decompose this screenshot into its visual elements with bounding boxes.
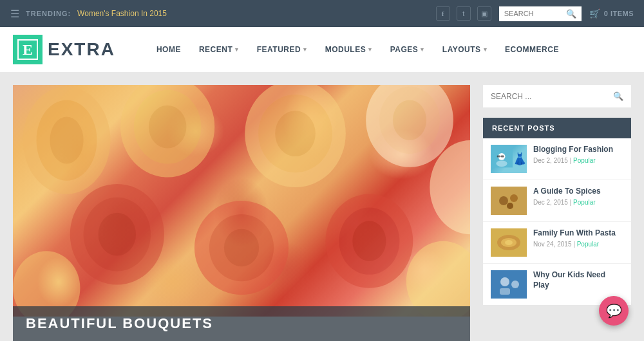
post-thumbnail-pasta (491, 228, 527, 257)
top-search-button[interactable]: 🔍 (566, 9, 576, 19)
logo-icon: E (13, 35, 43, 64)
main-content: BEAUTIFUL BOUQUETS 🔍 RECENT POSTS (0, 72, 644, 341)
nav-items: HOME RECENT ▾ FEATURED ▾ MODULES ▾ PAGES… (147, 27, 568, 72)
svg-rect-28 (501, 156, 504, 158)
recent-post-meta: Dec 2, 2015 | Popular (533, 157, 623, 164)
chevron-down-icon: ▾ (368, 46, 372, 53)
recent-posts-header: RECENT POSTS (483, 118, 631, 138)
cart-icon: 🛒 (589, 8, 600, 19)
post-tag: Popular (573, 199, 595, 206)
thumb-fashion (491, 145, 527, 173)
svg-point-26 (497, 160, 507, 167)
svg-rect-41 (500, 288, 510, 295)
thumb-kids (491, 270, 527, 299)
recent-post-item[interactable]: Blogging For Fashion Dec 2, 2015 | Popul… (483, 138, 631, 180)
thumb-spices (491, 187, 527, 215)
nav-item-ecommerce[interactable]: ECOMMERCE (496, 27, 568, 72)
recent-posts-widget: RECENT POSTS (483, 118, 631, 305)
post-thumbnail-spices (491, 187, 527, 215)
search-bar-top: 🔍 (499, 6, 582, 21)
svg-point-22 (406, 241, 470, 317)
post-date: Nov 24, 2015 (533, 241, 572, 248)
hero-svg (13, 85, 470, 317)
svg-point-17 (224, 229, 259, 266)
chevron-down-icon: ▾ (235, 46, 239, 53)
svg-rect-30 (491, 187, 527, 215)
recent-post-meta: Nov 24, 2015 | Popular (533, 241, 623, 248)
logo-e-letter: E (23, 41, 33, 59)
recent-post-title[interactable]: A Guide To Spices (533, 187, 623, 197)
top-bar-left: ☰ TRENDING: Women's Fashion In 2015 (10, 8, 167, 20)
chevron-down-icon: ▾ (484, 46, 488, 53)
nav-item-home[interactable]: HOME (147, 27, 190, 72)
sidebar-search-widget: 🔍 (483, 85, 631, 107)
nav-item-pages[interactable]: PAGES ▾ (381, 27, 433, 72)
svg-point-14 (99, 213, 136, 256)
pasta-thumb-svg (491, 228, 527, 257)
thumb-pasta (491, 228, 527, 257)
svg-point-11 (393, 100, 426, 140)
recent-post-title[interactable]: Why Our Kids Need Play (533, 270, 623, 290)
hero-area: BEAUTIFUL BOUQUETS (13, 85, 470, 341)
recent-post-info: Why Our Kids Need Play (533, 270, 623, 292)
spices-thumb-svg (491, 187, 527, 215)
hero-caption-title: BEAUTIFUL BOUQUETS (26, 315, 213, 331)
recent-post-info: A Guide To Spices Dec 2, 2015 | Popular (533, 187, 623, 206)
post-thumbnail-fashion (491, 145, 527, 173)
nav-item-layouts[interactable]: LAYOUTS ▾ (433, 27, 496, 72)
hamburger-icon[interactable]: ☰ (10, 8, 19, 20)
hero-caption: BEAUTIFUL BOUQUETS (13, 306, 470, 341)
post-date: Dec 2, 2015 (533, 199, 568, 206)
svg-point-39 (500, 277, 509, 286)
recent-post-info: Blogging For Fashion Dec 2, 2015 | Popul… (533, 145, 623, 164)
chevron-down-icon: ▾ (421, 46, 424, 53)
svg-point-20 (352, 221, 386, 261)
svg-point-5 (149, 106, 186, 149)
svg-rect-27 (497, 156, 500, 158)
recent-post-item[interactable]: A Guide To Spices Dec 2, 2015 | Popular (483, 180, 631, 222)
nav-item-featured[interactable]: FEATURED ▾ (248, 27, 316, 72)
post-thumbnail-kids (491, 270, 527, 299)
top-search-input[interactable] (504, 10, 562, 17)
sidebar-search-input[interactable] (491, 92, 609, 101)
instagram-icon[interactable]: ▣ (477, 6, 491, 21)
top-bar: ☰ TRENDING: Women's Fashion In 2015 f t … (0, 0, 644, 27)
svg-point-33 (507, 203, 513, 209)
recent-post-title[interactable]: Blogging For Fashion (533, 145, 623, 155)
svg-point-2 (50, 116, 83, 163)
svg-point-31 (499, 196, 508, 205)
nav-bar: E EXTRA HOME RECENT ▾ FEATURED ▾ MODULES… (0, 27, 644, 72)
svg-point-8 (275, 111, 316, 156)
post-tag: Popular (573, 157, 595, 164)
logo-text: EXTRA (48, 39, 115, 60)
social-icons: f t ▣ (436, 6, 491, 21)
sidebar-search-icon: 🔍 (613, 91, 623, 101)
recent-post-meta: Dec 2, 2015 | Popular (533, 199, 623, 206)
chat-icon: 💬 (606, 303, 622, 318)
twitter-icon[interactable]: t (457, 6, 471, 21)
kids-thumb-svg (491, 270, 527, 299)
nav-item-modules[interactable]: MODULES ▾ (316, 27, 381, 72)
post-tag: Popular (577, 241, 599, 248)
hero-image (13, 85, 470, 317)
chat-bubble[interactable]: 💬 (599, 296, 629, 326)
svg-point-37 (505, 240, 513, 245)
recent-post-item[interactable]: Family Fun With Pasta Nov 24, 2015 | Pop… (483, 222, 631, 264)
svg-rect-29 (500, 156, 501, 156)
chevron-down-icon: ▾ (303, 46, 307, 53)
recent-post-info: Family Fun With Pasta Nov 24, 2015 | Pop… (533, 228, 623, 248)
post-date: Dec 2, 2015 (533, 157, 568, 164)
logo[interactable]: E EXTRA (13, 35, 115, 64)
svg-point-40 (511, 281, 519, 288)
trending-label: TRENDING: (26, 10, 71, 17)
cart-label: 0 ITEMS (604, 10, 634, 17)
top-bar-right: f t ▣ 🔍 🛒 0 ITEMS (436, 6, 634, 21)
svg-point-32 (510, 194, 518, 202)
fashion-thumb-svg (491, 145, 513, 173)
nav-item-recent[interactable]: RECENT ▾ (190, 27, 248, 72)
recent-post-title[interactable]: Family Fun With Pasta (533, 228, 623, 239)
trending-link[interactable]: Women's Fashion In 2015 (77, 9, 167, 18)
facebook-icon[interactable]: f (436, 6, 450, 21)
cart-area[interactable]: 🛒 0 ITEMS (589, 8, 634, 19)
